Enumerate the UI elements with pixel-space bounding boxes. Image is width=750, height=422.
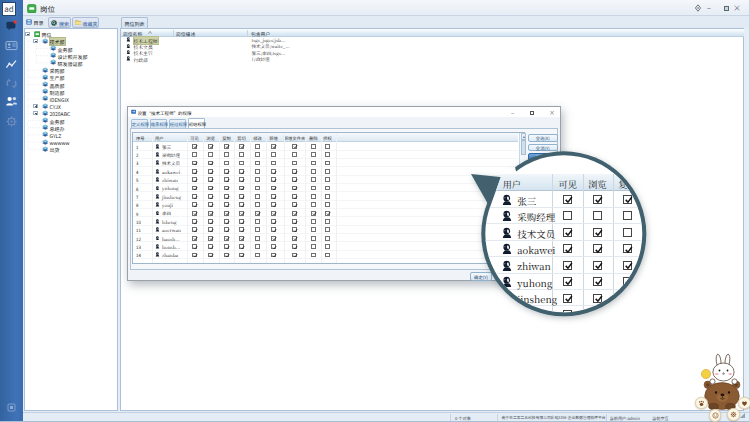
- perm-checkbox[interactable]: [255, 186, 260, 191]
- collapse-icon[interactable]: [25, 32, 30, 37]
- perm-checkbox[interactable]: [563, 244, 572, 253]
- perm-checkbox[interactable]: [311, 144, 316, 149]
- perm-checkbox[interactable]: [292, 211, 297, 216]
- perm-checkbox[interactable]: [593, 228, 602, 237]
- perm-checkbox[interactable]: [311, 169, 316, 174]
- perm-checkbox[interactable]: [271, 236, 276, 241]
- toolbar-favorites-button[interactable]: 收藏夹: [72, 17, 99, 28]
- perm-checkbox[interactable]: [292, 169, 297, 174]
- perm-checkbox[interactable]: [271, 194, 276, 199]
- perm-checkbox[interactable]: [192, 253, 197, 258]
- perm-checkbox[interactable]: [208, 227, 213, 232]
- perm-checkbox[interactable]: [208, 244, 213, 249]
- perm-checkbox[interactable]: [292, 253, 297, 258]
- perm-checkbox[interactable]: [192, 144, 197, 149]
- perm-checkbox[interactable]: [224, 177, 229, 182]
- perm-checkbox[interactable]: [208, 202, 213, 207]
- perm-checkbox[interactable]: [208, 211, 213, 216]
- perm-checkbox[interactable]: [325, 186, 330, 191]
- tree-item[interactable]: 业务部: [25, 117, 117, 124]
- perm-checkbox[interactable]: [292, 152, 297, 157]
- perm-checkbox[interactable]: [192, 202, 197, 207]
- perm-checkbox[interactable]: [292, 194, 297, 199]
- maximize-button[interactable]: [724, 6, 729, 11]
- tree-item[interactable]: GYLZ: [25, 131, 117, 138]
- perm-checkbox[interactable]: [271, 144, 276, 149]
- perm-checkbox[interactable]: [311, 244, 316, 249]
- perm-checkbox[interactable]: [623, 244, 632, 253]
- perm-checkbox[interactable]: [255, 219, 260, 224]
- perm-checkbox[interactable]: [593, 261, 602, 270]
- perm-checkbox[interactable]: [239, 169, 244, 174]
- tree-item[interactable]: 总经办: [25, 124, 117, 131]
- perm-checkbox[interactable]: [292, 236, 297, 241]
- perm-checkbox[interactable]: [255, 244, 260, 249]
- perm-checkbox[interactable]: [623, 228, 632, 237]
- perm-checkbox[interactable]: [192, 227, 197, 232]
- tree-item[interactable]: 2020ABC: [25, 110, 117, 117]
- pet-paw-button[interactable]: [695, 397, 708, 410]
- perm-checkbox[interactable]: [224, 211, 229, 216]
- perm-checkbox[interactable]: [239, 144, 244, 149]
- toolbar-search-button[interactable]: 搜索: [48, 17, 72, 28]
- tree-item[interactable]: 研发验证部: [25, 59, 117, 66]
- perm-checkbox[interactable]: [239, 236, 244, 241]
- tab-position-list[interactable]: 岗位列表: [121, 17, 148, 29]
- perm-checkbox[interactable]: [224, 152, 229, 157]
- perm-checkbox[interactable]: [255, 144, 260, 149]
- perm-checkbox[interactable]: [224, 202, 229, 207]
- perm-checkbox[interactable]: [325, 152, 330, 157]
- perm-checkbox[interactable]: [325, 227, 330, 232]
- perm-checkbox[interactable]: [593, 211, 602, 220]
- perm-checkbox[interactable]: [311, 152, 316, 157]
- tree-item[interactable]: wwwww: [25, 139, 117, 146]
- perm-checkbox[interactable]: [311, 194, 316, 199]
- perm-checkbox[interactable]: [563, 277, 572, 286]
- perm-checkbox[interactable]: [311, 211, 316, 216]
- dialog-minimize-button[interactable]: –: [506, 108, 519, 117]
- perm-checkbox[interactable]: [192, 177, 197, 182]
- tree-item[interactable]: 出货: [25, 146, 117, 153]
- perm-checkbox[interactable]: [325, 194, 330, 199]
- expand-icon[interactable]: [33, 104, 38, 109]
- perm-checkbox[interactable]: [325, 219, 330, 224]
- perm-checkbox[interactable]: [239, 227, 244, 232]
- perm-checkbox[interactable]: [192, 186, 197, 191]
- close-button[interactable]: ×: [731, 2, 743, 14]
- people-icon[interactable]: [5, 95, 18, 108]
- perm-checkbox[interactable]: [192, 244, 197, 249]
- perm-checkbox[interactable]: [208, 194, 213, 199]
- dialog-tab-3[interactable]: 经过权限: [169, 119, 186, 128]
- perm-checkbox[interactable]: [325, 177, 330, 182]
- perm-checkbox[interactable]: [239, 194, 244, 199]
- perm-checkbox[interactable]: [325, 253, 330, 258]
- side-button-1[interactable]: 全选(X): [528, 134, 559, 142]
- perm-checkbox[interactable]: [192, 152, 197, 157]
- dialog-close-button[interactable]: ×: [546, 108, 559, 117]
- perm-checkbox[interactable]: [292, 202, 297, 207]
- tree-item[interactable]: 技术部: [25, 38, 117, 45]
- perm-checkbox[interactable]: [208, 152, 213, 157]
- perm-checkbox[interactable]: [593, 277, 602, 286]
- perm-checkbox[interactable]: [325, 202, 330, 207]
- perm-checkbox[interactable]: [271, 161, 276, 166]
- perm-checkbox[interactable]: [563, 294, 572, 303]
- perm-checkbox[interactable]: [224, 236, 229, 241]
- pet-gear-button[interactable]: [727, 408, 740, 421]
- perm-checkbox[interactable]: [224, 244, 229, 249]
- perm-checkbox[interactable]: [224, 169, 229, 174]
- perm-checkbox[interactable]: [271, 244, 276, 249]
- perm-checkbox[interactable]: [271, 211, 276, 216]
- perm-checkbox[interactable]: [623, 261, 632, 270]
- perm-checkbox[interactable]: [192, 219, 197, 224]
- perm-checkbox[interactable]: [325, 236, 330, 241]
- perm-checkbox[interactable]: [208, 253, 213, 258]
- perm-checkbox[interactable]: [224, 253, 229, 258]
- perm-checkbox[interactable]: [208, 161, 213, 166]
- perm-checkbox[interactable]: [255, 152, 260, 157]
- perm-checkbox[interactable]: [255, 253, 260, 258]
- idcard-icon[interactable]: [5, 39, 18, 52]
- perm-checkbox[interactable]: [224, 194, 229, 199]
- perm-checkbox[interactable]: [239, 219, 244, 224]
- perm-checkbox[interactable]: [563, 261, 572, 270]
